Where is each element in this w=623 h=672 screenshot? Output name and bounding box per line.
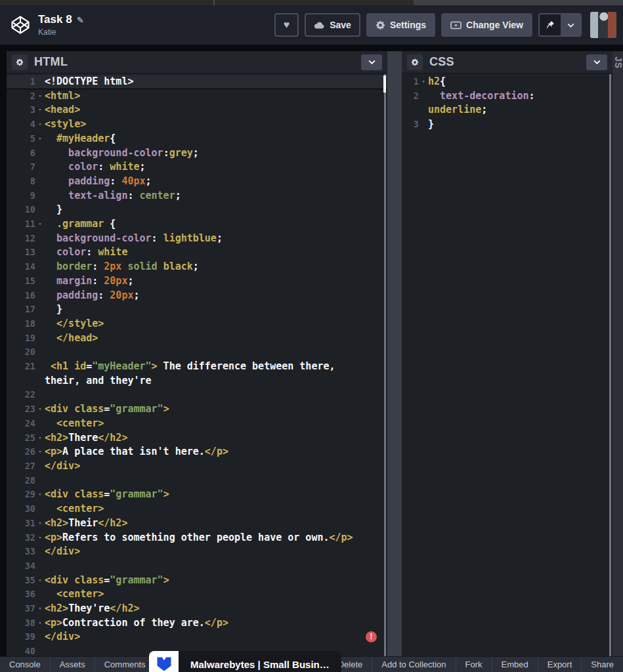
code-text: <h2>Their</h2> [45, 516, 127, 531]
code-line[interactable]: 33</div> [7, 545, 387, 559]
code-text: h2{ [428, 75, 446, 89]
code-line[interactable]: 25▾<h2>There</h2> [7, 431, 387, 446]
code-line[interactable]: 28 [7, 474, 387, 488]
code-line[interactable]: 2 text-decoration: [402, 89, 612, 104]
code-line[interactable]: 34 [7, 559, 387, 574]
user-avatar[interactable] [590, 12, 616, 38]
fold-arrow-icon[interactable]: ▾ [35, 89, 45, 104]
assets-button[interactable]: Assets [51, 657, 95, 672]
code-line[interactable]: 16 padding: 20px; [7, 289, 387, 303]
fold-arrow-icon[interactable]: ▾ [35, 431, 45, 446]
code-line[interactable]: 26▾<p>A place that isn't here.</p> [7, 445, 387, 459]
code-line[interactable]: 15 margin: 20px; [7, 274, 387, 289]
code-line[interactable]: 24 <center> [7, 417, 387, 431]
code-line[interactable]: 30 <center> [7, 502, 387, 516]
code-line[interactable]: 6 background-color:grey; [7, 146, 387, 161]
settings-button[interactable]: Settings [366, 13, 435, 37]
code-line[interactable]: 13 color: white [7, 245, 387, 260]
css-editor-panel: CSS 1▾h2{2 text-decoration:underline;3} [402, 51, 612, 656]
code-text: <center> [45, 417, 104, 431]
code-line[interactable]: 8 padding: 40px; [7, 175, 387, 189]
code-line[interactable]: 29▾<div class="grammar"> [7, 488, 387, 502]
edit-title-icon[interactable]: ✎ [77, 15, 84, 25]
embed-button[interactable]: Embed [492, 657, 538, 672]
fold-arrow-icon[interactable]: ▾ [35, 132, 45, 146]
pin-button[interactable] [540, 14, 561, 35]
css-code-area[interactable]: 1▾h2{2 text-decoration:underline;3} [402, 74, 612, 656]
fold-spacer [419, 103, 428, 117]
code-line[interactable]: 18 </style> [7, 317, 387, 331]
fold-arrow-icon[interactable]: ▾ [35, 217, 45, 232]
malwarebytes-logo-icon [155, 655, 173, 672]
code-line[interactable]: 31▾<h2>Their</h2> [7, 516, 387, 531]
css-collapse-button[interactable] [586, 54, 607, 70]
share-button[interactable]: Share [582, 657, 623, 672]
code-line[interactable]: 19 </head> [7, 331, 387, 346]
fold-arrow-icon[interactable]: ▾ [35, 488, 45, 502]
html-collapse-button[interactable] [361, 54, 382, 70]
pen-author[interactable]: Katie [38, 28, 84, 37]
fold-arrow-icon[interactable]: ▾ [35, 117, 45, 132]
save-button[interactable]: Save [305, 13, 360, 37]
fold-arrow-icon[interactable]: ▾ [35, 103, 45, 117]
html-scrollbar-thumb[interactable] [383, 75, 386, 93]
code-line[interactable]: 32▾<p>Refers to something other people h… [7, 531, 387, 545]
code-line[interactable]: 36 <center> [7, 587, 387, 602]
code-line[interactable]: 20 [7, 345, 387, 360]
change-view-button[interactable]: Change View [441, 13, 532, 37]
code-line[interactable]: 21 <h1 id="myHeader"> The difference bet… [7, 360, 387, 374]
code-line[interactable]: 1<!DOCTYPE html> [7, 75, 387, 89]
export-button[interactable]: Export [538, 657, 582, 672]
code-line[interactable]: 22 [7, 388, 387, 402]
code-line[interactable]: 3▾<head> [7, 103, 387, 117]
code-line[interactable]: 37▾<h2>They're</h2> [7, 602, 387, 616]
code-line[interactable]: 3} [402, 117, 612, 132]
code-line[interactable]: 11▾ .grammar { [7, 217, 387, 232]
line-number: 39 [7, 630, 35, 644]
add-to-collection-button[interactable]: Add to Collection [372, 657, 455, 672]
code-line[interactable]: underline; [402, 103, 612, 117]
code-line[interactable]: 2▾<html> [7, 89, 387, 104]
fold-arrow-icon[interactable]: ▾ [419, 75, 428, 89]
fold-arrow-icon[interactable]: ▾ [35, 574, 45, 588]
error-badge[interactable]: ! [366, 631, 377, 642]
code-text: background-color:grey; [45, 146, 199, 161]
html-scrollbar[interactable] [384, 74, 386, 656]
css-scrollbar[interactable] [609, 74, 611, 656]
code-line[interactable]: 27</div> [7, 459, 387, 474]
code-line[interactable]: 35▾<div class="grammar"> [7, 574, 387, 588]
code-line[interactable]: 17 } [7, 303, 387, 317]
panel-resize-gutter[interactable] [387, 51, 402, 656]
fold-arrow-icon[interactable]: ▾ [35, 616, 45, 631]
code-line[interactable]: 38▾<p>Contraction of they are.</p> [7, 616, 387, 631]
code-line[interactable]: 14 border: 2px solid black; [7, 260, 387, 274]
code-line[interactable]: 9 text-align: center; [7, 189, 387, 203]
html-settings-button[interactable] [12, 54, 28, 70]
code-line[interactable]: 12 background-color: lightblue; [7, 232, 387, 246]
js-collapsed-panel[interactable]: JS [612, 51, 623, 656]
code-text: <center> [45, 502, 104, 516]
code-text: #myHeader{ [45, 132, 116, 146]
pin-dropdown-button[interactable] [561, 14, 580, 35]
fold-arrow-icon[interactable]: ▾ [35, 445, 45, 459]
code-line[interactable]: 23▾<div class="grammar"> [7, 402, 387, 417]
fold-arrow-icon[interactable]: ▾ [35, 602, 45, 616]
code-line[interactable]: 1▾h2{ [402, 75, 612, 89]
code-line[interactable]: 5▾ #myHeader{ [7, 132, 387, 146]
code-line[interactable]: 4▾<style> [7, 117, 387, 132]
code-line[interactable]: 10 } [7, 203, 387, 217]
love-button[interactable]: ♥ [274, 13, 299, 37]
css-settings-button[interactable] [407, 54, 423, 70]
codepen-logo-icon[interactable] [11, 15, 30, 35]
code-line[interactable]: their, and they're [7, 374, 387, 388]
comments-button[interactable]: Comments [95, 657, 155, 672]
html-code-area[interactable]: 1<!DOCTYPE html>2▾<html>3▾<head>4▾<style… [7, 74, 387, 656]
line-number: 34 [7, 559, 35, 574]
fold-arrow-icon[interactable]: ▾ [35, 402, 45, 417]
console-button[interactable]: Console [0, 657, 50, 672]
code-line[interactable]: 7 color: white; [7, 160, 387, 175]
code-line[interactable]: 39</div>! [7, 630, 387, 644]
fork-button[interactable]: Fork [456, 657, 492, 672]
fold-arrow-icon[interactable]: ▾ [35, 516, 45, 531]
fold-arrow-icon[interactable]: ▾ [35, 531, 45, 545]
